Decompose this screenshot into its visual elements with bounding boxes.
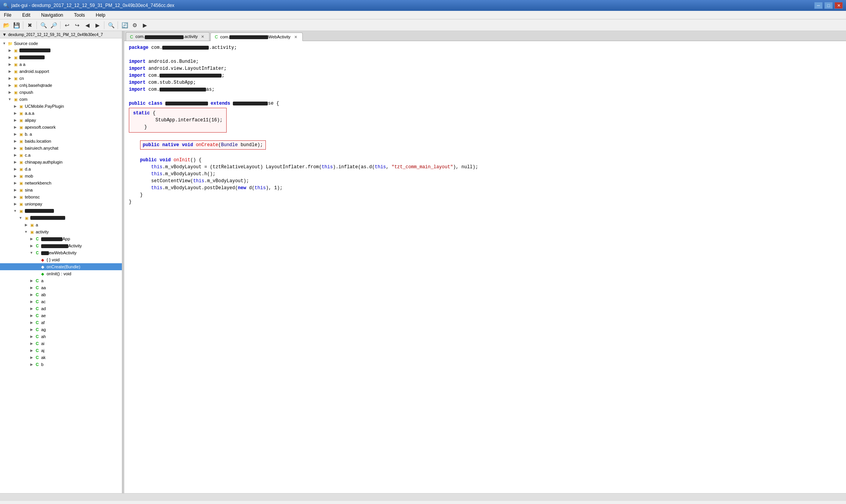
expand-aa[interactable]: ▶ [7,62,12,67]
tree-node-void-method[interactable]: ◆ { } void [0,256,122,263]
forward-button[interactable]: ▶ [93,21,102,30]
minimize-button[interactable]: ─ [814,2,823,9]
expand-unionpay[interactable]: ▶ [12,201,18,207]
expand-activity-class[interactable]: ▶ [29,243,34,249]
expand-ai[interactable]: ▶ [29,341,34,346]
tree-node-a-class[interactable]: ▶ C a [0,277,122,284]
expand-af[interactable]: ▶ [29,320,34,325]
tree-node-ab[interactable]: ▶ C ab [0,291,122,298]
panel-expand-icon[interactable]: ▼ [2,32,7,37]
tree-node-alipay[interactable]: ▶ ▣ alipay [0,117,122,124]
tree-root[interactable]: ▼ 📁 Source code [0,40,122,47]
open-button[interactable]: 📂 [2,21,11,30]
tree-node-redacted-sub[interactable]: ▼ ▣ [0,214,122,221]
maximize-button[interactable]: □ [824,2,833,9]
tree-node-da[interactable]: ▶ ▣ d.a [0,166,122,173]
tree-node-aa-class[interactable]: ▶ C aa [0,284,122,291]
tree-node-ba[interactable]: ▶ ▣ b. a [0,131,122,138]
tree-node-af[interactable]: ▶ C af [0,319,122,326]
menu-help[interactable]: Help [94,12,108,19]
tree-node-redacted1[interactable]: ▶ ▣ [0,47,122,54]
expand-ag[interactable]: ▶ [29,327,34,332]
tree-node-activity[interactable]: ▼ ▣ activity [0,228,122,235]
tree-node-b[interactable]: ▶ C b [0,361,122,368]
tree-node-ah[interactable]: ▶ C ah [0,333,122,340]
expand-cnpush[interactable]: ▶ [7,90,12,95]
tree-node-ucmobile[interactable]: ▶ ▣ UCMobile.PayPlugin [0,103,122,110]
expand-b[interactable]: ▶ [29,362,34,367]
expand-alipay[interactable]: ▶ [12,117,18,123]
tree-node-a[interactable]: ▶ ▣ a [0,221,122,228]
tree-node-chinapay[interactable]: ▶ ▣ chinapay.authplugin [0,159,122,166]
tree-node-app[interactable]: ▶ C App [0,235,122,242]
close-button[interactable]: ✕ [834,2,843,9]
tree-node-cnhj[interactable]: ▶ ▣ cnhj.basehqtrade [0,82,122,89]
expand-ucmobile[interactable]: ▶ [12,104,18,109]
expand-sina[interactable]: ▶ [12,187,18,193]
expand-a[interactable]: ▶ [23,222,29,228]
tree-node-ak[interactable]: ▶ C ak [0,354,122,361]
expand-redacted-pkg[interactable]: ▼ [12,208,18,214]
expand-bairuiech[interactable]: ▶ [12,145,18,151]
back-button[interactable]: ◀ [83,21,92,30]
expand-activity[interactable]: ▼ [23,229,29,235]
menu-edit[interactable]: Edit [20,12,33,19]
tree-node-ac[interactable]: ▶ C ac [0,298,122,305]
expand-mob[interactable]: ▶ [12,173,18,179]
expand-aaa[interactable]: ▶ [12,110,18,116]
expand-ad[interactable]: ▶ [29,306,34,311]
code-editor[interactable]: package com..activity; import android.os… [124,41,846,493]
tree-node-cn[interactable]: ▶ ▣ cn [0,75,122,82]
expand-da[interactable]: ▶ [12,166,18,172]
tree-node-redacted2[interactable]: ▶ ▣ [0,54,122,61]
tree-node-com[interactable]: ▼ ▣ com [0,96,122,103]
tree-node-oninit[interactable]: ◆ onInit() : void [0,270,122,277]
expand-ab[interactable]: ▶ [29,292,34,297]
expand-aj[interactable]: ▶ [29,348,34,353]
close-all-button[interactable]: ✖ [25,21,35,30]
menu-file[interactable]: File [2,12,14,19]
tree-node-ad[interactable]: ▶ C ad [0,305,122,312]
find-button[interactable]: 🔍 [39,21,48,30]
tree-node-aj[interactable]: ▶ C aj [0,347,122,354]
expand-app[interactable]: ▶ [29,236,34,242]
expand-webactivity[interactable]: ▼ [29,250,34,255]
tree-node-unionpay[interactable]: ▶ ▣ unionpay [0,200,122,207]
settings-button[interactable]: ⚙ [130,21,139,30]
expand-redacted-sub[interactable]: ▼ [18,215,23,221]
tree-node-webactivity[interactable]: ▼ C ewWebActivity [0,249,122,256]
tree-node-sina[interactable]: ▶ ▣ sina [0,186,122,193]
tree-node-oncreate[interactable]: ◆ onCreate(Bundle) [0,263,122,270]
tree-node-ae[interactable]: ▶ C ae [0,312,122,319]
tree-node-android-support[interactable]: ▶ ▣ android.support [0,68,122,75]
tab-2-close[interactable]: ✕ [293,34,298,40]
expand-chinapay[interactable]: ▶ [12,159,18,165]
expand-ca[interactable]: ▶ [12,152,18,158]
expand-root[interactable]: ▼ [2,41,7,46]
expand-cn[interactable]: ▶ [7,76,12,81]
expand-ac[interactable]: ▶ [29,299,34,304]
redo-button[interactable]: ↪ [73,21,82,30]
expand-redacted2[interactable]: ▶ [7,55,12,60]
tree-node-mob[interactable]: ▶ ▣ mob [0,173,122,180]
menu-navigation[interactable]: Navigation [39,12,66,19]
tree-container[interactable]: ▼ 📁 Source code ▶ ▣ ▶ ▣ ▶ [0,38,122,493]
tab-1-close[interactable]: ✕ [200,34,205,40]
tree-node-ai[interactable]: ▶ C ai [0,340,122,347]
search-button[interactable]: 🔎 [49,21,58,30]
undo-button[interactable]: ↩ [62,21,72,30]
tree-node-ag[interactable]: ▶ C ag [0,326,122,333]
decompile-button[interactable]: ▶ [140,21,149,30]
tree-node-tebonsc[interactable]: ▶ ▣ tebonsc [0,193,122,200]
tree-node-ca[interactable]: ▶ ▣ c.a [0,152,122,159]
tree-node-networkbench[interactable]: ▶ ▣ networkbench [0,180,122,186]
tree-node-redacted-pkg[interactable]: ▼ ▣ [0,207,122,214]
tree-node-cnpush[interactable]: ▶ ▣ cnpush [0,89,122,96]
expand-redacted1[interactable]: ▶ [7,48,12,53]
search2-button[interactable]: 🔍 [106,21,116,30]
expand-ak[interactable]: ▶ [29,355,34,360]
expand-cnhj[interactable]: ▶ [7,83,12,88]
expand-com[interactable]: ▼ [7,97,12,102]
expand-networkbench[interactable]: ▶ [12,180,18,186]
tree-node-bairuiech[interactable]: ▶ ▣ bairuiech.anychat [0,145,122,152]
